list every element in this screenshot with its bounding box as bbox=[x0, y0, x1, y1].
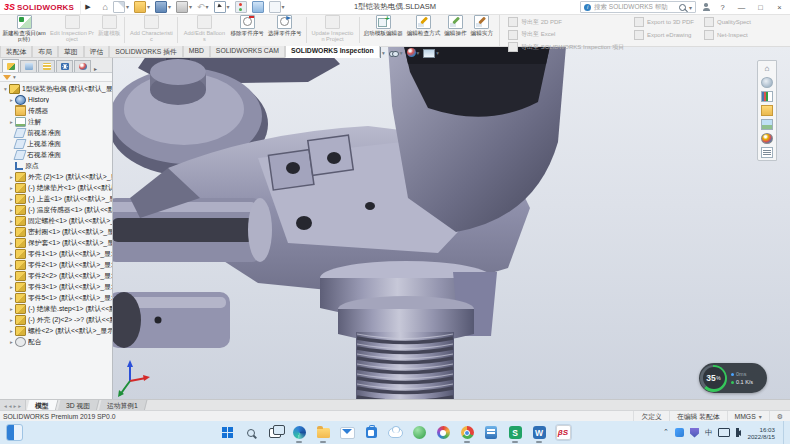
tree-item-history[interactable]: ▸History bbox=[0, 94, 112, 105]
tree-item-mates[interactable]: ▸配合 bbox=[0, 336, 112, 347]
clock[interactable]: 16:03 2022/8/15 bbox=[747, 426, 775, 440]
solidworks-resources-tab[interactable] bbox=[761, 77, 773, 88]
wps-app[interactable]: W bbox=[532, 425, 547, 440]
edit-operations-button[interactable]: 编辑操作 bbox=[442, 14, 468, 46]
user-account-icon[interactable] bbox=[702, 3, 710, 11]
save-button[interactable]: ▾ bbox=[155, 1, 171, 13]
export-inspection-project-button[interactable]: 导出至 SOLIDWORKS Inspection 项目 bbox=[508, 42, 624, 52]
tree-item-component[interactable]: ▸密封圈<1> (默认<<默认>_显示状态 bbox=[0, 226, 112, 237]
tree-item-component[interactable]: ▸零件5<1> (默认<<默认>_显示状态 bbox=[0, 292, 112, 303]
task-pane-home-tab[interactable]: ⌂ bbox=[761, 63, 773, 74]
cast-display-icon[interactable] bbox=[718, 428, 730, 437]
photos-app[interactable] bbox=[436, 425, 451, 440]
taskbar-search-button[interactable] bbox=[244, 425, 259, 440]
search-input[interactable]: i 搜索 SOLIDWORKS 帮助 ▾ bbox=[580, 1, 696, 13]
update-inspection-project-button[interactable]: Update Inspection Project bbox=[309, 14, 357, 46]
display-manager-tab[interactable] bbox=[74, 60, 91, 72]
view-palette-tab[interactable] bbox=[761, 119, 773, 130]
remove-balloon-button[interactable]: 移除零件序号 bbox=[228, 14, 266, 46]
file-explorer-app[interactable] bbox=[316, 425, 331, 440]
tree-item-sensor-folder[interactable]: 传感器 bbox=[0, 105, 112, 116]
tab-evaluate[interactable]: 评估 bbox=[84, 46, 110, 58]
chrome-app[interactable] bbox=[460, 425, 475, 440]
3d-model[interactable] bbox=[108, 46, 790, 399]
edit-inspection-project-button[interactable]: Edit Inspection Project bbox=[48, 14, 96, 46]
new-document-button[interactable]: ▾ bbox=[113, 1, 129, 13]
dimxpert-manager-tab[interactable] bbox=[56, 60, 73, 72]
options-button[interactable]: ▾ bbox=[269, 1, 285, 13]
start-button[interactable] bbox=[220, 425, 235, 440]
new-template-button[interactable]: 新建模板 bbox=[96, 14, 122, 46]
search-icon[interactable] bbox=[679, 4, 686, 11]
store-app[interactable] bbox=[364, 425, 379, 440]
hide-show-items-button[interactable]: ▾ bbox=[389, 49, 403, 57]
appearances-scenes-tab[interactable] bbox=[761, 133, 773, 144]
tab-solidworks-cam[interactable]: SOLIDWORKS CAM bbox=[210, 46, 285, 58]
tree-item-component[interactable]: ▸螺栓<2> (默认<<默认>_显示状态 bbox=[0, 325, 112, 336]
tree-item-component[interactable]: ▸零件2<1> (默认<<默认>_显示状态 bbox=[0, 259, 112, 270]
green-app[interactable] bbox=[412, 425, 427, 440]
tab-mbd[interactable]: MBD bbox=[183, 46, 210, 58]
tab-solidworks-inspection[interactable]: SOLIDWORKS Inspection bbox=[285, 46, 380, 58]
tree-item-component[interactable]: ▸固定螺栓<1> (默认<<默认>_显示状 bbox=[0, 215, 112, 226]
tree-item-component[interactable]: ▸外壳 (2)<1> (默认<<默认>_显示状态 bbox=[0, 171, 112, 182]
design-library-tab[interactable] bbox=[761, 91, 773, 102]
property-manager-tab[interactable] bbox=[20, 60, 37, 72]
ime-indicator[interactable]: 中 bbox=[705, 428, 713, 438]
select-balloon-button[interactable]: 选择零件序号 bbox=[266, 14, 304, 46]
tree-item-component[interactable]: ▸(-) 温度传感器<1> (默认<<默认>_显示 bbox=[0, 204, 112, 215]
edit-inspection-methods-button[interactable]: 编辑检查方式 bbox=[405, 14, 443, 46]
open-button[interactable]: ▾ bbox=[134, 1, 150, 13]
add-edit-balloons-button[interactable]: Add/Edit Balloons bbox=[180, 14, 228, 46]
restore-button[interactable]: □ bbox=[754, 3, 767, 12]
onedrive-app[interactable] bbox=[388, 425, 403, 440]
security-shield-icon[interactable] bbox=[690, 428, 699, 438]
tree-item-component[interactable]: ▸(-) 绝缘垫.step<1> (默认<<默认> bbox=[0, 303, 112, 314]
tab-layout[interactable]: 布局 bbox=[32, 46, 58, 58]
launch-template-editor-button[interactable]: 启动模板编辑器 bbox=[362, 14, 405, 46]
tab-sketch[interactable]: 草图 bbox=[58, 46, 84, 58]
minimize-button[interactable]: — bbox=[735, 3, 748, 12]
tab-assembly[interactable]: 装配体 bbox=[0, 46, 32, 58]
tree-item-component[interactable]: ▸(-) 外壳 (2)<2> ->? (默认<<默认> bbox=[0, 314, 112, 325]
tree-item-component[interactable]: ▸保护套<1> (默认<<默认>_显示状态 bbox=[0, 237, 112, 248]
add-characteristic-button[interactable]: Add Characteristic bbox=[127, 14, 175, 46]
tree-item-front-plane[interactable]: 前视基准面 bbox=[0, 127, 112, 138]
tree-item-component[interactable]: ▸零件1<1> (默认<<默认>_显示状态 bbox=[0, 248, 112, 259]
feature-manager-tab[interactable] bbox=[2, 59, 19, 72]
tree-item-component[interactable]: ▸零件3<1> (默认<<默认>_显示状态 bbox=[0, 281, 112, 292]
show-desktop-button[interactable] bbox=[783, 421, 786, 444]
graphics-viewport[interactable]: ▾ ↶ ▾ ▾ ▾ ▾ ▾ ▾ ⌂ 35% 0ms 0.1 K/s bbox=[0, 46, 790, 399]
tree-item-right-plane[interactable]: 右视基准面 bbox=[0, 149, 112, 160]
edit-appearance-button[interactable]: ▾ bbox=[407, 48, 420, 57]
tree-item-origin[interactable]: 原点 bbox=[0, 160, 112, 171]
tree-item-annotations[interactable]: ▸注解 bbox=[0, 116, 112, 127]
mail-app[interactable] bbox=[340, 425, 355, 440]
help-button[interactable]: ? bbox=[716, 3, 729, 12]
apply-scene-button[interactable]: ▾ bbox=[423, 48, 439, 58]
widgets-icon[interactable] bbox=[6, 424, 23, 441]
filter-funnel-icon[interactable] bbox=[3, 75, 11, 80]
file-explorer-tab[interactable] bbox=[761, 105, 773, 116]
menu-flyout-arrow[interactable]: ▶ bbox=[85, 3, 90, 11]
tree-item-component[interactable]: ▸零件2<2> (默认<<默认>_显示状态 bbox=[0, 270, 112, 281]
tray-app-icon[interactable] bbox=[675, 428, 684, 437]
s-app[interactable]: S bbox=[508, 425, 523, 440]
reader-app[interactable] bbox=[484, 425, 499, 440]
home-button[interactable]: ⌂ bbox=[103, 2, 108, 12]
export-edrawing-button[interactable]: Export eDrawing bbox=[634, 30, 694, 40]
tree-item-root[interactable]: ▾1型铠装热电偶 (默认<默认_显示状态-1> bbox=[0, 83, 112, 94]
custom-properties-tab[interactable] bbox=[761, 147, 773, 158]
qualityspect-button[interactable]: QualitySpect bbox=[704, 17, 751, 27]
remote-overlay-widget[interactable]: 35% 0ms 0.1 K/s bbox=[699, 363, 767, 393]
edge-app[interactable] bbox=[292, 425, 307, 440]
print-button[interactable]: ▾ bbox=[176, 1, 192, 13]
edit-vendors-button[interactable]: 编辑实方 bbox=[469, 14, 495, 46]
configuration-manager-tab[interactable] bbox=[38, 60, 55, 72]
new-inspection-project-button[interactable]: 新建检查项目(amp;特) bbox=[0, 14, 48, 46]
tab-overflow-arrow[interactable]: ▸ bbox=[94, 65, 97, 72]
export-excel-button[interactable]: 导出至 Excel bbox=[508, 30, 624, 40]
display-settings-button[interactable] bbox=[252, 1, 264, 13]
export-3d-pdf-button[interactable]: Export to 3D PDF bbox=[634, 17, 694, 27]
tree-item-component[interactable]: ▸(-) 上盖<1> (默认<<默认>_显示状 bbox=[0, 193, 112, 204]
